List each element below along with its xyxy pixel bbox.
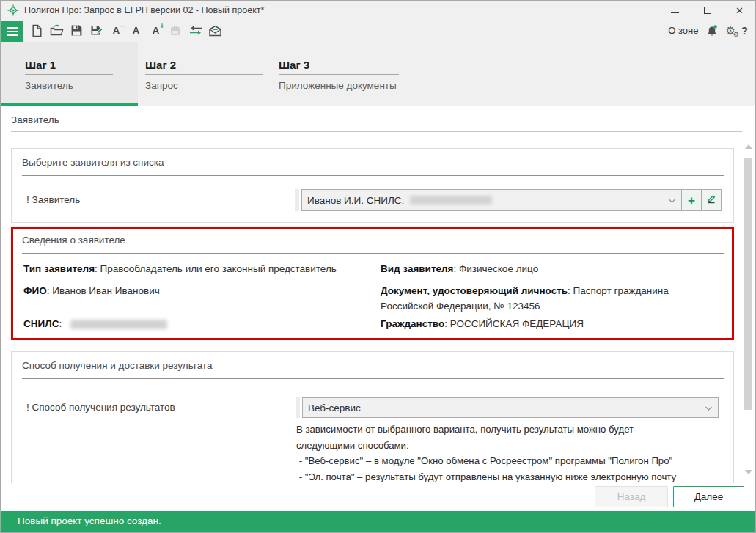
delivery-method-select[interactable]: Веб-сервис bbox=[302, 397, 719, 418]
required-indicator bbox=[296, 397, 300, 418]
applicant-select[interactable]: Иванов И.И. СНИЛС: bbox=[301, 189, 682, 211]
field-citizenship: Гражданство: РОССИЙСКАЯ ФЕДЕРАЦИЯ bbox=[381, 316, 584, 331]
applicant-combo-cluster: Иванов И.И. СНИЛС: + bbox=[295, 189, 722, 211]
minimize-icon bbox=[671, 12, 679, 13]
exchange-arrows-icon[interactable] bbox=[188, 23, 203, 38]
hamburger-icon bbox=[7, 27, 18, 29]
window-title: Полигон Про: Запрос в ЕГРН версии 02 - Н… bbox=[24, 5, 264, 15]
pencil-icon bbox=[706, 194, 716, 207]
main-content: Заявитель Выберите заявителя из списка !… bbox=[1, 106, 756, 483]
edit-applicant-button[interactable] bbox=[702, 189, 722, 211]
group-title: Сведения о заявителе bbox=[22, 235, 125, 246]
group-applicant-info: Сведения о заявителе Тип заявителя: Прав… bbox=[11, 227, 734, 340]
step-tabs: Шаг 1 Заявитель Шаг 2 Запрос Шаг 3 Прило… bbox=[1, 42, 756, 106]
redacted-snils-value bbox=[70, 320, 167, 329]
maximize-icon bbox=[704, 7, 711, 14]
delivery-field-label: ! Способ получения результатов bbox=[26, 402, 175, 413]
next-button[interactable]: Далее bbox=[673, 486, 744, 507]
group-title: Выберите заявителя из списка bbox=[22, 157, 164, 168]
applicant-field-label: ! Заявитель bbox=[26, 194, 80, 205]
maximize-button[interactable] bbox=[702, 5, 712, 15]
tab-step-2-request[interactable]: Шаг 2 Запрос bbox=[138, 42, 271, 106]
tab-step-3-documents[interactable]: Шаг 3 Приложенные документы bbox=[271, 42, 447, 106]
app-window: Полигон Про: Запрос в ЕГРН версии 02 - Н… bbox=[0, 0, 756, 533]
delivery-help-text: В зависимости от выбранного варианта, по… bbox=[296, 422, 744, 483]
scrollbar-thumb[interactable] bbox=[744, 158, 752, 410]
page-title: Заявитель bbox=[11, 114, 59, 125]
export-xml-icon-disabled bbox=[168, 23, 183, 38]
redacted-snils-value bbox=[410, 196, 492, 205]
app-logo-icon bbox=[7, 4, 19, 16]
group-title: Способ получения и доставки результата bbox=[22, 360, 212, 371]
status-bar: Новый проект успешно создан. bbox=[1, 511, 755, 532]
required-indicator bbox=[295, 189, 299, 211]
save-icon[interactable] bbox=[69, 23, 84, 38]
field-snils: СНИЛС: bbox=[23, 316, 167, 331]
settings-gear-icon[interactable]: ⚙⚙ bbox=[725, 25, 735, 36]
add-applicant-button[interactable]: + bbox=[682, 189, 702, 211]
scroll-up-icon[interactable] bbox=[745, 144, 752, 149]
group-select-applicant: Выберите заявителя из списка ! Заявитель… bbox=[11, 148, 734, 223]
vertical-scrollbar[interactable] bbox=[742, 106, 755, 483]
back-button: Назад bbox=[595, 486, 668, 507]
menu-button[interactable] bbox=[1, 21, 23, 42]
save-edit-icon[interactable] bbox=[89, 23, 104, 38]
help-button[interactable]: ? bbox=[741, 24, 748, 37]
zone-link[interactable]: О зоне bbox=[668, 25, 698, 36]
minimize-button[interactable] bbox=[670, 5, 680, 15]
chevron-down-icon bbox=[668, 195, 676, 206]
page-title-rule bbox=[11, 131, 744, 132]
chevron-down-icon bbox=[705, 402, 713, 413]
field-identity-document: Документ, удостоверяющий личность: Паспо… bbox=[381, 283, 724, 314]
letter-a-minus-icon[interactable]: A– bbox=[109, 23, 124, 38]
field-full-name: ФИО: Иванов Иван Иванович bbox=[23, 283, 160, 298]
envelope-icon[interactable] bbox=[208, 23, 223, 38]
toolbar-right: О зоне ⚙⚙ ? bbox=[668, 20, 748, 41]
open-folder-icon[interactable] bbox=[49, 23, 65, 38]
plus-icon: + bbox=[688, 194, 695, 207]
letter-a-plus-icon[interactable]: A+ bbox=[148, 23, 164, 38]
group-delivery-method: Способ получения и доставки результата !… bbox=[11, 351, 734, 483]
toolbar: A– A A+ О зоне ⚙⚙ bbox=[1, 20, 755, 42]
delivery-combo-cluster: Веб-сервис bbox=[296, 397, 719, 418]
window-controls: ✕ bbox=[670, 1, 744, 20]
tab-step-1-applicant[interactable]: Шаг 1 Заявитель bbox=[1, 42, 138, 106]
title-bar: Полигон Про: Запрос в ЕГРН версии 02 - Н… bbox=[1, 1, 755, 20]
letter-a-icon[interactable]: A bbox=[128, 23, 144, 38]
field-applicant-type: Тип заявителя: Правообладатель или его з… bbox=[23, 261, 337, 276]
scroll-down-icon[interactable] bbox=[745, 470, 752, 474]
notification-bell-icon[interactable] bbox=[704, 23, 719, 38]
field-applicant-kind: Вид заявителя: Физическое лицо bbox=[381, 261, 538, 276]
toolbar-icons: A– A A+ bbox=[29, 20, 223, 41]
close-button[interactable]: ✕ bbox=[735, 5, 744, 15]
new-document-icon[interactable] bbox=[29, 23, 45, 38]
